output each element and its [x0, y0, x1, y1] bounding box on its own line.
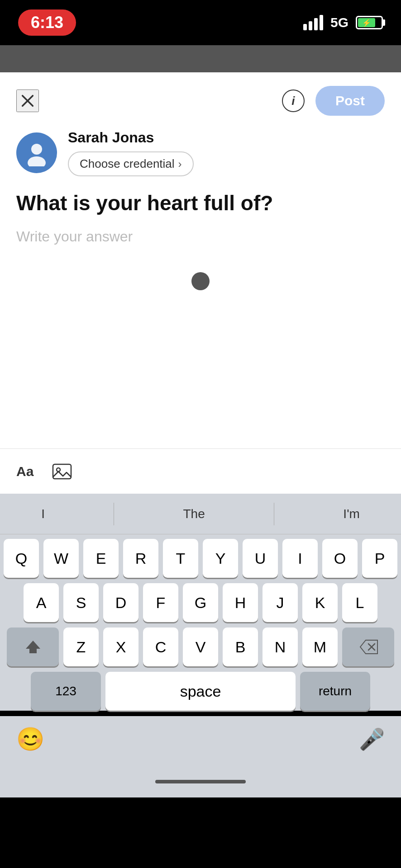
- signal-bar-4: [320, 15, 323, 30]
- key-j[interactable]: J: [263, 583, 298, 622]
- shift-key[interactable]: [7, 627, 59, 666]
- key-y[interactable]: Y: [203, 539, 238, 578]
- suggestion-1[interactable]: I: [28, 502, 58, 526]
- delete-icon: [358, 639, 378, 655]
- spacer: [16, 299, 385, 435]
- key-row-2: A S D F G H J K L: [3, 583, 398, 622]
- question-text: What is your heart full of?: [16, 191, 385, 216]
- suggestion-3[interactable]: I'm: [329, 502, 373, 526]
- key-row-3: Z X C V B N M: [3, 627, 398, 666]
- main-content: i Post Sarah Jonas Choose credential › W…: [0, 72, 401, 448]
- info-button[interactable]: i: [282, 90, 305, 112]
- key-n[interactable]: N: [263, 627, 298, 666]
- header-right: i Post: [282, 86, 385, 116]
- chevron-right-icon: ›: [178, 158, 182, 170]
- key-e[interactable]: E: [83, 539, 119, 578]
- font-button[interactable]: Aa: [16, 464, 33, 479]
- key-z[interactable]: Z: [63, 627, 99, 666]
- avatar: [16, 132, 57, 173]
- user-info: Sarah Jonas Choose credential ›: [68, 129, 194, 176]
- key-w[interactable]: W: [43, 539, 79, 578]
- key-m[interactable]: M: [302, 627, 338, 666]
- svg-point-3: [28, 156, 46, 166]
- 5g-indicator: 5G: [330, 15, 348, 30]
- divider-1: [114, 503, 114, 525]
- return-key[interactable]: return: [300, 672, 370, 711]
- key-d[interactable]: D: [103, 583, 138, 622]
- battery-bolt: ⚡: [362, 19, 371, 27]
- keyboard-suggestions: I The I'm: [0, 494, 401, 534]
- key-v[interactable]: V: [183, 627, 218, 666]
- status-bar: 6:13 5G ⚡: [0, 0, 401, 45]
- credential-label: Choose credential: [80, 157, 175, 171]
- cursor-dot: [191, 272, 210, 290]
- divider-2: [274, 503, 274, 525]
- status-right: 5G ⚡: [303, 15, 383, 30]
- home-indicator-area: [0, 766, 401, 797]
- choose-credential-button[interactable]: Choose credential ›: [68, 151, 194, 176]
- key-b[interactable]: B: [223, 627, 258, 666]
- shift-icon: [25, 639, 41, 655]
- key-s[interactable]: S: [63, 583, 99, 622]
- key-c[interactable]: C: [143, 627, 178, 666]
- avatar-icon: [23, 139, 50, 166]
- toolbar: Aa: [0, 448, 401, 494]
- key-a[interactable]: A: [24, 583, 59, 622]
- key-q[interactable]: Q: [4, 539, 39, 578]
- user-name: Sarah Jonas: [68, 129, 194, 146]
- answer-placeholder[interactable]: Write your answer: [16, 228, 385, 245]
- numbers-key[interactable]: 123: [31, 672, 101, 711]
- cursor-area: [16, 272, 385, 290]
- battery-icon: ⚡: [356, 16, 383, 29]
- emoji-button[interactable]: 😊: [16, 726, 44, 752]
- close-button[interactable]: [16, 90, 39, 112]
- space-key[interactable]: space: [105, 672, 296, 711]
- key-i[interactable]: I: [282, 539, 318, 578]
- image-icon: [51, 461, 73, 482]
- user-section: Sarah Jonas Choose credential ›: [16, 129, 385, 176]
- signal-bar-2: [309, 21, 312, 30]
- key-t[interactable]: T: [163, 539, 198, 578]
- battery: ⚡: [356, 16, 383, 29]
- key-u[interactable]: U: [243, 539, 278, 578]
- suggestion-2[interactable]: The: [170, 502, 219, 526]
- key-r[interactable]: R: [123, 539, 158, 578]
- key-g[interactable]: G: [183, 583, 218, 622]
- svg-point-2: [31, 144, 42, 155]
- key-l[interactable]: L: [342, 583, 377, 622]
- key-k[interactable]: K: [302, 583, 338, 622]
- delete-key[interactable]: [342, 627, 394, 666]
- battery-fill: ⚡: [358, 18, 375, 27]
- key-x[interactable]: X: [103, 627, 138, 666]
- post-button[interactable]: Post: [315, 86, 385, 116]
- signal-bar-1: [303, 24, 307, 30]
- keyboard: Q W E R T Y U I O P A S D F G H J K L Z …: [0, 534, 401, 711]
- svg-marker-6: [26, 641, 40, 653]
- header-row: i Post: [16, 86, 385, 116]
- gray-top-strip: [0, 45, 401, 72]
- key-o[interactable]: O: [322, 539, 358, 578]
- key-row-4: 123 space return: [3, 672, 398, 711]
- bottom-row: 😊 🎤: [0, 716, 401, 766]
- image-button[interactable]: [50, 459, 74, 484]
- microphone-button[interactable]: 🎤: [359, 727, 385, 751]
- close-icon: [20, 93, 35, 108]
- home-indicator-bar: [155, 780, 246, 783]
- svg-rect-4: [53, 464, 71, 479]
- key-row-1: Q W E R T Y U I O P: [3, 539, 398, 578]
- signal-bar-3: [314, 18, 318, 30]
- key-h[interactable]: H: [223, 583, 258, 622]
- signal-bars: [303, 15, 323, 30]
- key-f[interactable]: F: [143, 583, 178, 622]
- status-time: 6:13: [18, 9, 76, 36]
- key-p[interactable]: P: [362, 539, 397, 578]
